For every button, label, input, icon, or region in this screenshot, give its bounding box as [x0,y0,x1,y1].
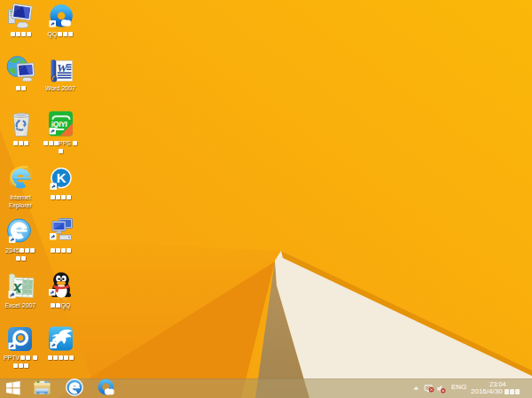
svg-text:iQIYI: iQIYI [51,120,67,129]
svg-text:K: K [57,170,66,185]
